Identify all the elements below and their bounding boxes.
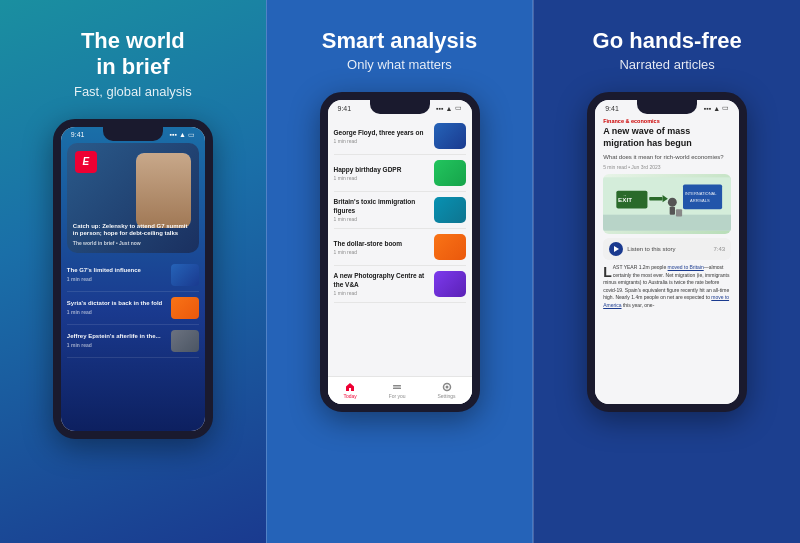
svg-marker-17	[614, 246, 619, 252]
svg-text:INTERNATIONAL: INTERNATIONAL	[685, 191, 717, 196]
phone-notch-2	[370, 100, 430, 114]
svg-rect-15	[670, 207, 675, 215]
news-item-text: Syria's dictator is back in the fold 1 m…	[67, 300, 167, 315]
news-thumb	[434, 123, 466, 149]
wifi-icon: ▲	[713, 105, 720, 112]
drop-cap: L	[603, 265, 612, 279]
svg-text:→: →	[623, 193, 627, 198]
news-item-text: The dollar-store boom 1 min read	[334, 240, 428, 255]
tab-bar: Today For you	[328, 376, 472, 404]
news-thumb	[171, 264, 199, 286]
phone-screen-2: 9:41 ▪▪▪ ▲ ▭ George Floyd, three years o…	[328, 100, 472, 404]
news-item-meta: 1 min read	[67, 276, 167, 283]
panel-3: Go hands-free Narrated articles 9:41 ▪▪▪…	[533, 0, 800, 543]
news-item-text: George Floyd, three years on 1 min read	[334, 129, 428, 144]
panel-2-subtitle: Only what matters	[322, 57, 477, 72]
tab-for-you[interactable]: For you	[389, 382, 406, 399]
svg-rect-16	[676, 209, 682, 216]
news-item-meta: 1 min read	[67, 342, 167, 349]
tab-today-label: Today	[343, 393, 356, 399]
wifi-icon: ▲	[446, 105, 453, 112]
svg-point-2	[445, 386, 448, 389]
listen-bar[interactable]: Listen to this story 7:43	[603, 238, 731, 260]
signal-icon: ▪▪▪	[704, 105, 711, 112]
battery-icon: ▭	[188, 131, 195, 139]
battery-icon: ▭	[455, 104, 462, 112]
news-item-title: The G7's limited influence	[67, 267, 167, 275]
svg-rect-5	[603, 215, 731, 231]
news-thumb	[434, 197, 466, 223]
list-item: Happy birthday GDPR 1 min read	[334, 155, 466, 192]
play-button[interactable]	[609, 242, 623, 256]
phone-time-2: 9:41	[338, 105, 352, 112]
panel-1: The world in brief Fast, global analysis…	[0, 0, 266, 543]
phone-mockup-3: 9:41 ▪▪▪ ▲ ▭ Finance & economics A new w…	[587, 92, 747, 412]
phone-time-1: 9:41	[71, 131, 85, 138]
face-shape	[136, 153, 191, 228]
news-item-meta: 1 min read	[334, 249, 428, 255]
svg-point-14	[668, 198, 677, 207]
status-icons-3: ▪▪▪ ▲ ▭	[704, 104, 729, 112]
phone-screen-1: 9:41 ▪▪▪ ▲ ▭ E Catch up: Zelensky to att…	[61, 127, 205, 431]
list-item: George Floyd, three years on 1 min read	[334, 118, 466, 155]
svg-text:ARRIVALS: ARRIVALS	[690, 198, 710, 203]
news-item-text: Happy birthday GDPR 1 min read	[334, 166, 428, 181]
panel-2-heading: Smart analysis Only what matters	[322, 28, 477, 72]
news-item-meta: 1 min read	[334, 175, 428, 181]
phone-screen-3: 9:41 ▪▪▪ ▲ ▭ Finance & economics A new w…	[595, 100, 739, 404]
news-item-text: Britain's toxic immigration figures 1 mi…	[334, 198, 428, 222]
news-item-text: A new Photography Centre at the V&A 1 mi…	[334, 272, 428, 296]
news-item-title: George Floyd, three years on	[334, 129, 428, 137]
svg-rect-11	[683, 185, 722, 210]
phone-mockup-1: 9:41 ▪▪▪ ▲ ▭ E Catch up: Zelensky to att…	[53, 119, 213, 439]
panel-2-title: Smart analysis	[322, 28, 477, 54]
news-item-meta: 1 min read	[334, 216, 428, 222]
list-item: Syria's dictator is back in the fold 1 m…	[67, 292, 199, 325]
news-item-title: Syria's dictator is back in the fold	[67, 300, 167, 308]
panel-1-subtitle: Fast, global analysis	[74, 84, 192, 99]
house-icon	[344, 382, 356, 392]
tab-settings[interactable]: Settings	[437, 382, 455, 399]
article-subheadline: What does it mean for rich-world economi…	[603, 153, 731, 161]
listen-time: 7:43	[713, 246, 725, 252]
phone-1-news-list: The G7's limited influence 1 min read Sy…	[61, 255, 205, 362]
hero-image	[136, 153, 191, 228]
news-thumb	[171, 330, 199, 352]
news-item-title: Happy birthday GDPR	[334, 166, 428, 174]
status-icons-1: ▪▪▪ ▲ ▭	[169, 131, 194, 139]
tab-today[interactable]: Today	[343, 382, 356, 399]
wifi-icon: ▲	[179, 131, 186, 138]
news-item-title: Jeffrey Epstein's afterlife in the...	[67, 333, 167, 341]
list-item: The G7's limited influence 1 min read	[67, 259, 199, 292]
panel-3-subtitle: Narrated articles	[593, 57, 742, 72]
tab-foryou-label: For you	[389, 393, 406, 399]
article-headline: A new wave of mass migration has begun	[603, 126, 731, 149]
hero-meta: The world in brief • Just now	[73, 240, 193, 247]
svg-rect-1	[393, 388, 401, 390]
panel-2: Smart analysis Only what matters 9:41 ▪▪…	[266, 0, 534, 543]
article-illustration: EXIT → INTERNATIONAL ARRIVALS	[603, 174, 731, 234]
news-item-title: The dollar-store boom	[334, 240, 428, 248]
listen-label: Listen to this story	[627, 246, 709, 252]
panel-3-title: Go hands-free	[593, 28, 742, 54]
article-category: Finance & economics	[603, 118, 731, 124]
hero-caption-text: Catch up: Zelensky to attend G7 summit i…	[73, 223, 193, 239]
phone-2-news-list: George Floyd, three years on 1 min read …	[328, 114, 472, 307]
news-item-meta: 1 min read	[334, 138, 428, 144]
signal-icon: ▪▪▪	[436, 105, 443, 112]
list-item: Britain's toxic immigration figures 1 mi…	[334, 192, 466, 229]
news-item-text: The G7's limited influence 1 min read	[67, 267, 167, 282]
news-thumb	[434, 234, 466, 260]
phone-time-3: 9:41	[605, 105, 619, 112]
article-meta: 5 min read • Jun 3rd 2023	[603, 164, 731, 170]
list-item: The dollar-store boom 1 min read	[334, 229, 466, 266]
battery-icon: ▭	[722, 104, 729, 112]
news-thumb	[434, 271, 466, 297]
news-item-title: Britain's toxic immigration figures	[334, 198, 428, 215]
panel-1-title: The world in brief	[74, 28, 192, 81]
phone-mockup-2: 9:41 ▪▪▪ ▲ ▭ George Floyd, three years o…	[320, 92, 480, 412]
list-item: A new Photography Centre at the V&A 1 mi…	[334, 266, 466, 303]
layers-icon	[391, 382, 403, 392]
panel-1-heading: The world in brief Fast, global analysis	[74, 28, 192, 99]
news-item-text: Jeffrey Epstein's afterlife in the... 1 …	[67, 333, 167, 348]
